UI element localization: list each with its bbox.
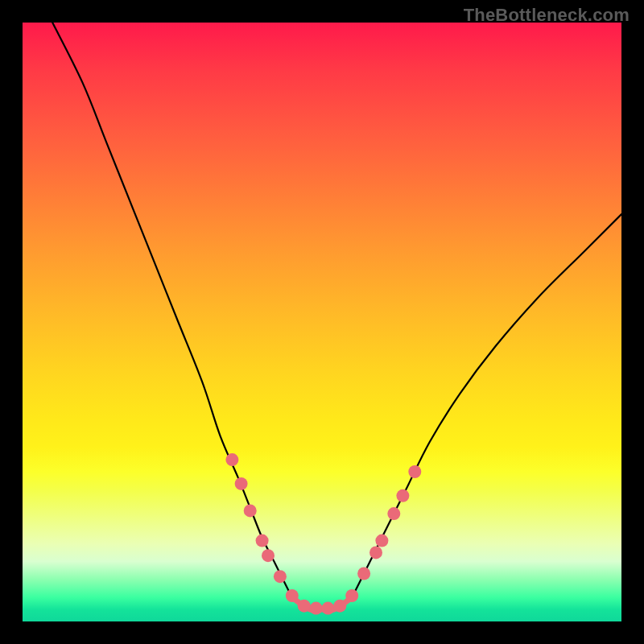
- data-marker: [244, 504, 257, 517]
- data-marker: [396, 489, 409, 502]
- plot-area: [23, 23, 621, 621]
- data-marker: [345, 589, 358, 602]
- chart-frame: TheBottleneck.com: [0, 0, 644, 644]
- right-ascent-line: [352, 214, 621, 597]
- markers-left-branch: [225, 453, 287, 583]
- data-marker: [274, 570, 287, 583]
- data-marker: [357, 568, 370, 580]
- data-marker: [369, 546, 382, 559]
- chart-svg: [23, 23, 621, 621]
- data-marker: [235, 477, 248, 490]
- data-marker: [262, 549, 275, 562]
- data-marker: [321, 602, 334, 615]
- watermark-text: TheBottleneck.com: [464, 5, 630, 26]
- data-marker: [310, 602, 323, 615]
- data-marker: [256, 535, 269, 547]
- data-marker: [387, 507, 400, 520]
- data-marker: [375, 535, 388, 547]
- data-marker: [298, 600, 311, 613]
- data-marker: [286, 589, 299, 602]
- data-marker: [333, 600, 346, 613]
- data-marker: [408, 465, 421, 478]
- data-marker: [225, 453, 238, 466]
